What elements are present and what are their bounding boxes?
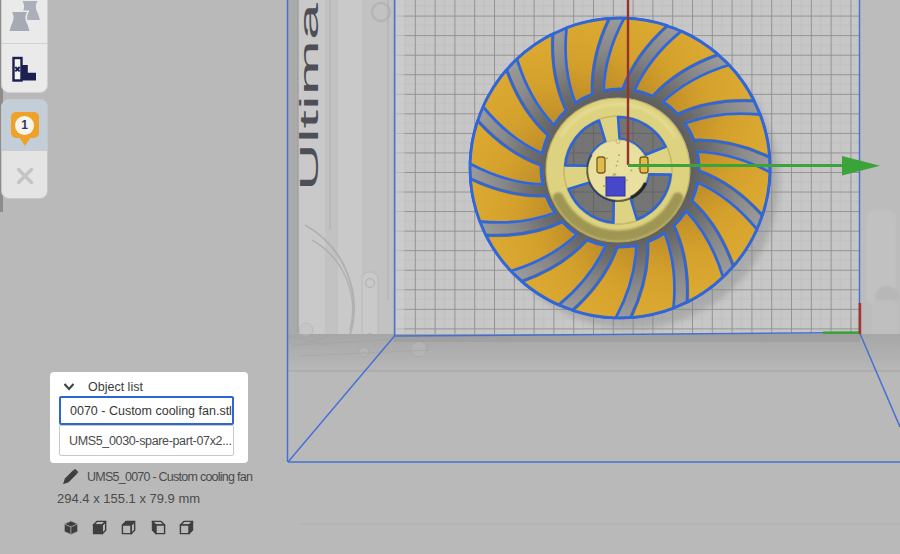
- overrides-badge-button[interactable]: 1: [2, 100, 47, 150]
- object-list-title: Object list: [88, 380, 143, 394]
- close-icon: [16, 167, 34, 185]
- per-model-settings-icon: [8, 52, 42, 86]
- pencil-icon[interactable]: [61, 468, 79, 486]
- cube-left-filled-icon[interactable]: [150, 520, 166, 536]
- x-axis-line[interactable]: [628, 164, 843, 167]
- model-name: UMS5_0070 - Custom cooling fan: [87, 470, 252, 484]
- object-list-panel: Object list 0070 - Custom cooling fan.st…: [50, 372, 248, 463]
- center-handle[interactable]: [606, 177, 625, 196]
- model-dimensions: 294.4 x 155.1 x 79.9 mm: [57, 491, 200, 506]
- mirror-icon: [8, 0, 42, 34]
- fan-hub: [546, 98, 690, 242]
- object-list-item[interactable]: UMS5_0030-spare-part-07x2...: [59, 425, 234, 456]
- cube-solid-icon[interactable]: [63, 520, 79, 536]
- object-item-label: UMS5_0030-spare-part-07x2...: [69, 434, 232, 448]
- cube-front-filled-icon[interactable]: [92, 520, 108, 536]
- cube-top-filled-icon[interactable]: [121, 520, 137, 536]
- toolbar-group-bottom: 1: [1, 99, 48, 199]
- per-model-settings-button[interactable]: [2, 43, 47, 93]
- overrides-badge-icon: 1: [11, 112, 39, 138]
- object-list-item-selected[interactable]: 0070 - Custom cooling fan.stl: [59, 396, 234, 425]
- chevron-down-icon: [63, 383, 75, 391]
- brand-text: Ultimaker: [295, 0, 323, 191]
- clear-button[interactable]: [2, 150, 47, 199]
- mesh-type-row: [63, 520, 195, 536]
- y-axis-line[interactable]: [627, 0, 629, 165]
- mirror-tool-button[interactable]: [2, 0, 47, 42]
- object-item-label: 0070 - Custom cooling fan.stl: [70, 404, 232, 418]
- toolbar-group-top: [1, 0, 48, 93]
- cube-right-filled-icon[interactable]: [179, 520, 195, 536]
- object-list-header[interactable]: Object list: [63, 378, 143, 396]
- model-name-row: UMS5_0070 - Custom cooling fan: [61, 468, 252, 486]
- overrides-count: 1: [15, 116, 34, 135]
